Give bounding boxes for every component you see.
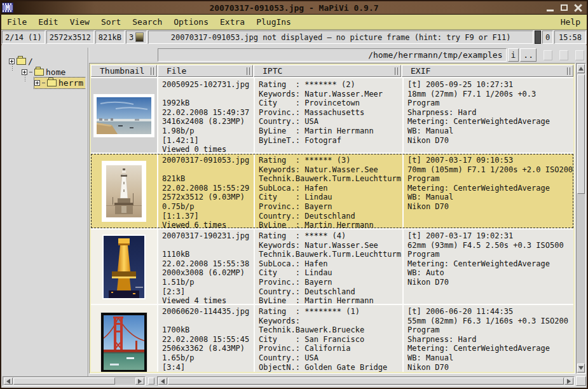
rating-gradient-swatch [135,32,144,42]
pane-sash-handle[interactable] [148,378,154,385]
menu-help[interactable]: Help [554,16,587,28]
table-row[interactable]: 20070317-190231.jpg 1110kB 22.02.2008 15… [91,229,573,304]
table-row[interactable]: 20060620-114435.jpg 1700kB 22.02.2008 15… [91,305,573,373]
statusbar: 2/14 (1) 2572x3512 821kB 3 20070317-0910… [1,30,587,44]
parent-dir-button[interactable]: .. [520,48,537,62]
tree-horizontal-scrollbar[interactable] [3,376,146,386]
column-grip-icon[interactable] [567,67,570,75]
header-iptc[interactable]: IPTC [254,65,401,77]
resize-corner[interactable] [576,376,586,386]
menubar: File Edit View Sort Search Options Extra… [1,15,587,30]
minimize-button[interactable] [545,3,556,13]
menu-options[interactable]: Options [168,16,214,28]
tree-item-home[interactable]: home [22,67,65,78]
titlebar[interactable]: M 20070317-091053.jpg - MaPiVi 0.9.7 [1,1,587,15]
status-counter: 0 [542,31,553,44]
scroll-up-button[interactable] [577,64,585,73]
column-grip-icon[interactable] [247,67,250,75]
thumbnail-cell[interactable] [91,154,157,228]
status-dimensions: 2572x3512 [46,31,94,44]
expand-icon[interactable] [34,80,40,86]
column-grip-icon[interactable] [151,67,154,75]
tree-item-label: / [28,57,33,66]
folder-icon [17,58,26,65]
header-thumbnail[interactable]: Thumbnail [91,65,157,77]
exif-cell[interactable]: [t] 2005-09-25 10:27:31 18mm (27mm) F7.1… [404,78,573,153]
header-file[interactable]: File [158,65,253,77]
status-filesize: 821kB [95,31,125,44]
menu-extra[interactable]: Extra [214,16,250,28]
table-hscroll-thumb[interactable] [168,378,564,385]
menu-sort[interactable]: Sort [95,16,126,28]
arrow-left-icon [161,379,165,384]
arrow-left-icon [6,379,10,384]
header-label: EXIF [411,66,430,76]
file-cell[interactable]: 20070317-190231.jpg 1110kB 22.02.2008 15… [158,229,254,304]
scroll-right-button[interactable] [135,378,144,385]
tree-branch-line [42,83,45,83]
path-toolbar: /home/herrmann/tmp/examples i .. [158,48,584,62]
vertical-scrollbar-thumb[interactable] [577,74,585,194]
arrow-right-icon [567,379,571,384]
header-exif[interactable]: EXIF [402,65,573,77]
exif-cell[interactable]: [t] 2007-03-17 19:02:31 62mm (93mm) F4.5… [404,229,573,304]
thumbnail-image-lighthouse-night[interactable] [102,235,146,299]
info-button[interactable]: i [508,48,519,62]
maximize-button[interactable] [559,3,570,13]
iptc-cell[interactable]: Rating : ****** (3) Keywords: Natur.Wass… [255,154,402,228]
window-title: 20070317-091053.jpg - MaPiVi 0.9.7 [1,3,587,13]
scroll-down-button[interactable] [577,364,585,372]
ghost-button[interactable] [544,50,552,60]
file-cell[interactable]: 20050925-102731.jpg 1992kB 22.02.2008 15… [158,78,254,153]
vertical-scrollbar[interactable] [576,63,586,374]
ghost-button[interactable] [575,50,584,60]
arrow-up-icon [578,67,584,71]
menu-file[interactable]: File [1,16,32,28]
thumbnail-image-lighthouse-fog[interactable] [102,161,146,222]
scroll-left-button[interactable] [158,378,167,385]
thumbnail-cell[interactable] [91,305,157,373]
table-header-row: Thumbnail File IPTC EXIF [91,65,573,77]
header-label: IPTC [263,66,282,76]
iptc-cell[interactable]: Rating : ******* (2) Keywords: Natur.Was… [255,78,402,153]
arrow-right-icon [138,379,142,384]
tree-hscroll-thumb[interactable] [13,378,115,385]
picture-table: Thumbnail File IPTC EXIF [89,63,575,374]
arrow-down-icon [578,366,584,370]
main-content: / home herrm /home/herrmann/tmp/examples… [1,45,587,388]
thumbnail-image-beach[interactable] [93,94,154,137]
mapivi-window: M 20070317-091053.jpg - MaPiVi 0.9.7 Fil… [0,0,588,389]
exif-cell[interactable]: [t] 2006-06-20 11:44:35 55mm (82mm) F6.3… [404,305,573,373]
close-button[interactable] [573,3,584,13]
menu-view[interactable]: View [64,16,95,28]
maximize-icon [561,4,568,11]
ghost-button[interactable] [559,50,568,60]
expand-icon[interactable] [22,69,27,75]
minimize-icon [547,10,554,11]
table-row-selected[interactable]: 20070317-091053.jpg 821kB 22.02.2008 15:… [91,154,573,228]
column-grip-icon[interactable] [395,67,398,75]
thumbnail-cell[interactable] [91,78,157,153]
scroll-right-button[interactable] [564,378,573,385]
menu-edit[interactable]: Edit [32,16,64,28]
iptc-cell[interactable]: Rating : ******** (1) Keywords: Technik.… [255,305,402,373]
exif-cell[interactable]: [t] 2007-03-17 09:10:53 70mm (105mm) F7.… [404,154,573,228]
thumbnail-cell[interactable] [91,229,157,304]
thumbnail-image-golden-gate[interactable] [100,312,147,373]
tree-item-root[interactable]: / [9,56,33,67]
file-cell[interactable]: 20060620-114435.jpg 1700kB 22.02.2008 15… [158,305,254,373]
status-mini-slider[interactable] [535,31,541,44]
path-input[interactable]: /home/herrmann/tmp/examples [158,48,507,62]
folder-icon [47,79,57,86]
menu-plugins[interactable]: PlugIns [250,16,297,28]
expand-icon[interactable] [9,58,15,64]
scroll-left-button[interactable] [4,378,13,385]
table-row[interactable]: 20050925-102731.jpg 1992kB 22.02.2008 15… [91,78,573,153]
window-controls [545,3,584,13]
tree-branch-line [29,72,32,72]
table-horizontal-scrollbar[interactable] [157,376,575,386]
file-cell[interactable]: 20070317-091053.jpg 821kB 22.02.2008 15:… [158,154,254,228]
tree-item-herrmann[interactable]: herrm [34,78,85,88]
iptc-cell[interactable]: Rating : ***** (4) Keywords: Natur.Wasse… [255,229,402,304]
menu-search[interactable]: Search [126,16,168,28]
